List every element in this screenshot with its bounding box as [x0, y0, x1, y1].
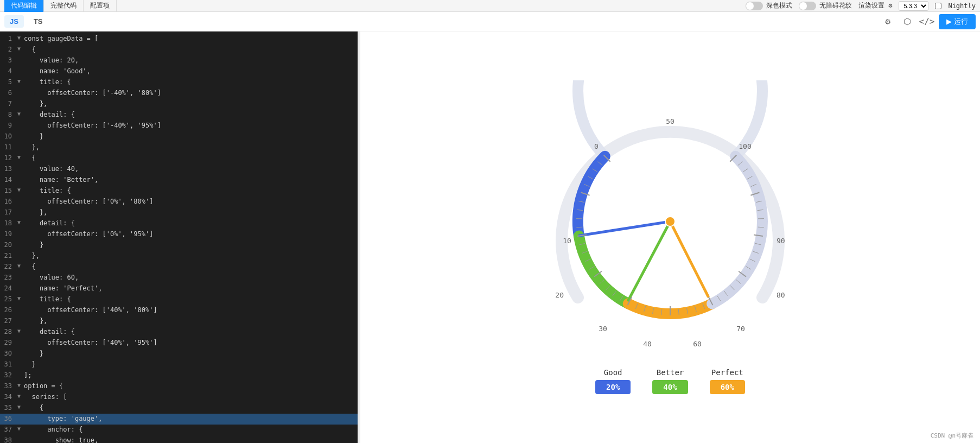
line-number: 18 [0, 218, 17, 229]
line-number: 24 [0, 283, 17, 294]
editor-content[interactable]: 1 ▼ const gaugeData = [ 2 ▼ { 3 value: 2… [0, 31, 358, 443]
line-content: value: 20, [24, 55, 358, 66]
line-number: 2 [0, 45, 17, 55]
nav-tab-code-edit[interactable]: 代码编辑 [4, 0, 44, 12]
line-content: title: { [24, 294, 358, 305]
line-content: ]; [24, 370, 358, 381]
line-content: name: 'Good', [24, 66, 358, 77]
line-content: title: { [24, 186, 358, 196]
code-line-20: 20 } [0, 240, 358, 251]
svg-text:50: 50 [666, 117, 674, 125]
top-nav-bar: 代码编辑 完整代码 配置项 深色模式 无障碍花纹 渲染设置 ⚙ 5.3.3 Ni… [0, 0, 980, 12]
code-line-36: 36 type: 'gauge', [0, 414, 358, 425]
code-line-22: 22 ▼ { [0, 262, 358, 273]
tick-mark [576, 227, 582, 227]
line-number: 35 [0, 403, 17, 413]
code-line-18: 18 ▼ detail: { [0, 218, 358, 229]
line-number: 27 [0, 316, 17, 326]
line-content: detail: { [24, 327, 358, 337]
dark-mode-toggle[interactable] [746, 2, 763, 10]
code-icon-btn[interactable]: </> [919, 14, 934, 29]
line-content: }, [24, 99, 358, 109]
code-line-12: 12 ▼ { [0, 153, 358, 164]
run-button[interactable]: ▶ 运行 [939, 14, 976, 29]
code-line-29: 29 offsetCenter: ['40%', '95%'] [0, 338, 358, 349]
line-number: 12 [0, 153, 17, 163]
svg-text:20: 20 [555, 291, 564, 299]
svg-text:80: 80 [777, 291, 785, 299]
line-content: } [24, 359, 358, 370]
code-line-15: 15 ▼ title: { [0, 186, 358, 197]
code-line-1: 1 ▼ const gaugeData = [ [0, 34, 358, 45]
line-number: 28 [0, 327, 17, 337]
dark-mode-label: 深色模式 [766, 1, 792, 10]
code-line-9: 9 offsetCenter: ['-40%', '95%'] [0, 121, 358, 131]
line-content: }, [24, 142, 358, 153]
ts-tab[interactable]: TS [28, 15, 48, 28]
line-content: offsetCenter: ['-40%', '95%'] [24, 121, 358, 131]
line-arrow: ▼ [17, 77, 24, 86]
line-number: 31 [0, 359, 17, 370]
line-number: 23 [0, 273, 17, 283]
line-number: 19 [0, 229, 17, 239]
tick-mark [758, 227, 764, 227]
line-content: } [24, 349, 358, 359]
version-select[interactable]: 5.3.3 [899, 1, 928, 11]
gauge-svg: 0 10 20 30 40 50 60 70 80 90 100 [540, 80, 800, 363]
legend-label: Perfect [711, 368, 743, 377]
svg-line-13 [670, 221, 708, 296]
legend-item: Perfect 60% [710, 368, 745, 394]
code-line-10: 10 } [0, 131, 358, 142]
render-settings-label[interactable]: 渲染设置 ⚙ [858, 1, 892, 10]
line-arrow: ▼ [17, 294, 24, 303]
code-line-21: 21 }, [0, 251, 358, 262]
code-line-8: 8 ▼ detail: { [0, 110, 358, 121]
line-content: show: true, [24, 435, 358, 443]
nightly-label: Nightly [948, 2, 976, 10]
line-number: 22 [0, 262, 17, 272]
code-line-2: 2 ▼ { [0, 45, 358, 55]
svg-text:30: 30 [599, 325, 607, 333]
accessibility-label: 无障碍花纹 [819, 1, 852, 10]
nightly-checkbox[interactable] [935, 3, 941, 9]
svg-text:60: 60 [693, 340, 702, 348]
svg-text:70: 70 [736, 325, 745, 333]
line-number: 13 [0, 164, 17, 174]
line-number: 7 [0, 99, 17, 109]
line-content: }, [24, 251, 358, 261]
code-line-38: 38 show: true, [0, 435, 358, 443]
line-content: { [24, 262, 358, 272]
svg-point-14 [665, 217, 675, 226]
legend-label: Better [657, 368, 684, 377]
line-content: { [24, 153, 358, 163]
settings-icon-btn[interactable]: ⚙ [880, 14, 895, 29]
code-line-24: 24 name: 'Perfect', [0, 283, 358, 294]
line-number: 38 [0, 435, 17, 443]
line-arrow: ▼ [17, 34, 24, 42]
main-area: 1 ▼ const gaugeData = [ 2 ▼ { 3 value: 2… [0, 31, 980, 443]
legend-badge: 20% [595, 380, 631, 394]
3d-icon-btn[interactable]: ⬡ [900, 14, 915, 29]
line-number: 21 [0, 251, 17, 261]
nav-tab-config[interactable]: 配置项 [84, 0, 117, 12]
line-content: { [24, 403, 358, 413]
js-tab[interactable]: JS [4, 15, 24, 28]
second-bar: JS TS ⚙ ⬡ </> ▶ 运行 [0, 12, 980, 31]
nav-tab-full-code[interactable]: 完整代码 [44, 0, 84, 12]
accessibility-toggle-group: 无障碍花纹 [799, 1, 852, 10]
code-line-25: 25 ▼ title: { [0, 294, 358, 305]
svg-text:10: 10 [563, 237, 571, 245]
line-number: 9 [0, 121, 17, 131]
line-content: offsetCenter: ['0%', '95%'] [24, 229, 358, 239]
code-line-27: 27 }, [0, 316, 358, 327]
code-line-11: 11 }, [0, 142, 358, 153]
line-content: name: 'Better', [24, 175, 358, 185]
footer: CSDN @n号麻雀 [931, 432, 973, 440]
line-arrow: ▼ [17, 153, 24, 162]
legend-badge: 40% [652, 380, 688, 394]
line-content: name: 'Perfect', [24, 283, 358, 294]
accessibility-toggle[interactable] [799, 2, 816, 10]
top-bar-right: 深色模式 无障碍花纹 渲染设置 ⚙ 5.3.3 Nightly [746, 1, 976, 11]
run-icon: ▶ [946, 17, 952, 26]
code-line-19: 19 offsetCenter: ['0%', '95%'] [0, 229, 358, 240]
